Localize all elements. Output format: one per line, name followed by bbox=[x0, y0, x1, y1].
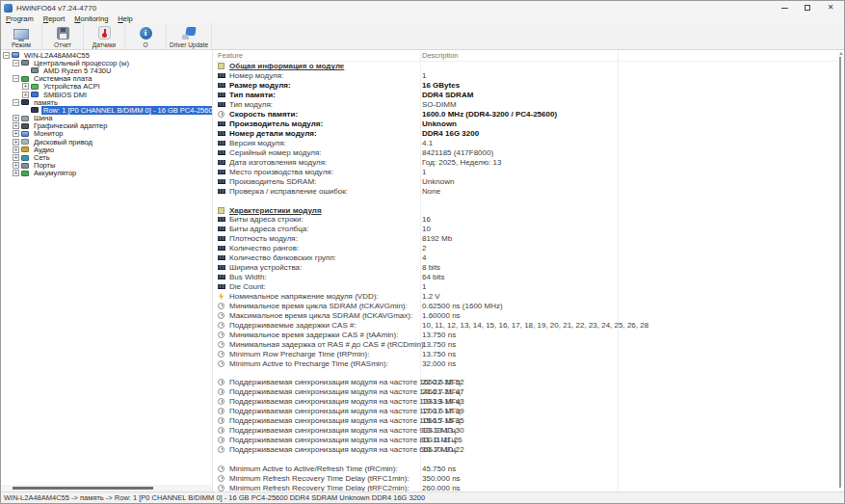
ram-icon bbox=[218, 284, 225, 289]
feature-row[interactable]: Поддерживаемая синхронизация модуля на ч… bbox=[215, 426, 837, 436]
clock-icon bbox=[218, 322, 224, 329]
feature-row[interactable]: Номер модуля:1 bbox=[215, 71, 837, 81]
toolbar-about-button[interactable]: О bbox=[125, 23, 167, 49]
feature-row[interactable]: Поддерживаемая синхронизация модуля на ч… bbox=[215, 445, 837, 455]
feature-row[interactable]: Minimum Active to Active/Refresh Time (t… bbox=[215, 464, 837, 473]
feature-row[interactable]: Номер детали модуля:DDR4 16G 3200 bbox=[215, 129, 837, 139]
feature-row[interactable]: Производитель модуля:Unknown bbox=[215, 119, 837, 129]
collapse-icon[interactable]: − bbox=[13, 60, 19, 66]
thermometer-icon bbox=[98, 26, 111, 40]
section-row[interactable]: Характеристики модуля bbox=[215, 205, 837, 215]
feature-row[interactable]: Количество банковских групп:4 bbox=[215, 253, 837, 263]
feature-label: Номер модуля: bbox=[229, 71, 283, 80]
feature-column-header[interactable]: Feature bbox=[215, 51, 243, 60]
feature-row[interactable]: Версия модуля:4.1 bbox=[215, 139, 837, 148]
collapse-icon[interactable]: − bbox=[13, 99, 19, 106]
feature-value: 11-11-11-26 bbox=[422, 436, 462, 444]
feature-row[interactable]: Проверка / исправление ошибок:None bbox=[215, 186, 837, 196]
menu-item-program[interactable]: Program bbox=[1, 14, 39, 23]
section-row[interactable]: Общая информация о модуле bbox=[215, 62, 837, 71]
expand-icon[interactable]: + bbox=[13, 154, 19, 161]
feature-row[interactable]: Серийный номер модуля:8421185 (417F8000) bbox=[215, 147, 837, 157]
description-column-header[interactable]: Description bbox=[422, 51, 459, 60]
feature-value: Год: 2025, Неделю: 13 bbox=[422, 158, 501, 167]
feature-row[interactable]: Максимальное время цикла SDRAM (tCKAVGma… bbox=[215, 310, 837, 320]
info-icon bbox=[140, 27, 152, 40]
expand-icon[interactable]: + bbox=[13, 130, 19, 137]
network-icon bbox=[21, 155, 29, 161]
feature-row[interactable]: Минимальная задержка от RAS # до CAS # (… bbox=[215, 339, 837, 349]
expand-icon[interactable]: + bbox=[13, 146, 19, 153]
maximize-icon bbox=[805, 5, 810, 11]
panel-vertical-scrollbar[interactable] bbox=[837, 50, 844, 491]
feature-row[interactable]: Дата изготовления модуля:Год: 2025, Неде… bbox=[215, 157, 837, 167]
feature-row[interactable]: Поддерживаемая синхронизация модуля на ч… bbox=[215, 387, 837, 397]
menu-item-monitoring[interactable]: Monitoring bbox=[69, 14, 113, 23]
feature-row[interactable]: Minimum Refresh Recovery Time Delay (tRF… bbox=[215, 473, 837, 483]
collapse-icon[interactable]: − bbox=[13, 75, 19, 82]
expand-icon[interactable]: + bbox=[13, 170, 19, 176]
scroll-up-icon[interactable] bbox=[839, 52, 843, 55]
feature-row[interactable]: Bus Width:64 bits bbox=[215, 273, 837, 282]
feature-row[interactable]: Поддерживаемая синхронизация модуля на ч… bbox=[215, 378, 837, 387]
vertical-scrollbar-thumb[interactable] bbox=[839, 57, 841, 488]
expand-icon[interactable]: + bbox=[13, 115, 19, 121]
feature-row[interactable]: Поддерживаемая синхронизация модуля на ч… bbox=[215, 407, 837, 416]
feature-row[interactable]: Поддерживаемая синхронизация модуля на ч… bbox=[215, 436, 837, 445]
feature-row[interactable]: Минимальное время задержки CAS # (tAAmin… bbox=[215, 330, 837, 339]
feature-row[interactable]: Ширина устройства:8 bits bbox=[215, 263, 837, 273]
tree-item[interactable]: +Аккумулятор bbox=[1, 170, 212, 177]
toolbar-mode-button[interactable]: Режим bbox=[1, 23, 42, 49]
cpu-icon bbox=[31, 67, 39, 73]
feature-row[interactable]: Поддерживаемая синхронизация модуля на ч… bbox=[215, 397, 837, 407]
tree-horizontal-scrollbar[interactable] bbox=[1, 485, 212, 491]
expand-icon[interactable]: + bbox=[13, 139, 19, 146]
clock-icon bbox=[218, 360, 224, 367]
feature-row[interactable]: Тип модуля:SO-DIMM bbox=[215, 100, 837, 110]
menu-item-help[interactable]: Help bbox=[113, 14, 137, 23]
feature-row[interactable]: Биты адреса строки:16 bbox=[215, 215, 837, 225]
expand-icon[interactable]: + bbox=[22, 83, 29, 90]
feature-row[interactable]: Биты адреса столбца:10 bbox=[215, 225, 837, 234]
maximize-button[interactable] bbox=[796, 1, 819, 14]
feature-row[interactable]: Плотность модуля:8192 Mb bbox=[215, 234, 837, 244]
feature-row[interactable]: Поддерживаемая синхронизация модуля на ч… bbox=[215, 416, 837, 426]
feature-row[interactable]: Minimum Active to Precharge Time (tRASmi… bbox=[215, 358, 837, 368]
ram-icon bbox=[218, 93, 225, 97]
feature-row[interactable]: Номинальное напряжение модуля (VDD):1.2 … bbox=[215, 292, 837, 302]
feature-row[interactable]: Производитель SDRAM:Unknown bbox=[215, 176, 837, 186]
ram-icon bbox=[218, 226, 225, 231]
disk-icon bbox=[21, 139, 29, 145]
expand-icon[interactable]: + bbox=[13, 162, 19, 169]
cpu-icon bbox=[21, 60, 29, 66]
feature-row[interactable]: Тип памяти:DDR4 SDRAM bbox=[215, 91, 837, 100]
feature-row[interactable]: Место производства модуля:1 bbox=[215, 167, 837, 176]
feature-label: Тип модуля: bbox=[229, 100, 273, 109]
feature-row[interactable]: Minimum Row Precharge Time (tRPmin):13.7… bbox=[215, 349, 837, 358]
expand-icon[interactable]: + bbox=[13, 122, 19, 129]
feature-row[interactable]: Размер модуля:16 GBytes bbox=[215, 81, 837, 91]
expand-icon[interactable]: + bbox=[22, 92, 29, 98]
feature-row[interactable]: Die Count:1 bbox=[215, 282, 837, 292]
collapse-icon[interactable]: − bbox=[3, 52, 10, 59]
menu-item-report[interactable]: Report bbox=[39, 14, 70, 23]
feature-row[interactable]: Minimum Refresh Recovery Time Delay (tRF… bbox=[215, 483, 837, 491]
tree-item[interactable]: −Системная плата bbox=[1, 75, 212, 83]
ram-icon bbox=[218, 217, 225, 222]
close-button[interactable]: ✕ bbox=[819, 1, 842, 14]
feature-row[interactable]: Минимальное время цикла SDRAM (tCKAVGmin… bbox=[215, 301, 837, 310]
feature-value: 1600.0 MHz (DDR4-3200 / PC4-25600) bbox=[422, 110, 557, 119]
feature-label: Место производства модуля: bbox=[229, 168, 333, 176]
feature-row[interactable]: Поддерживаемые задержки CAS #:10, 11, 12… bbox=[215, 320, 837, 330]
toolbar-sensors-button[interactable]: Датчики bbox=[84, 23, 125, 49]
toolbar-report-button[interactable]: Отчет bbox=[42, 23, 84, 49]
tree-item[interactable]: +Устройства ACPI bbox=[1, 83, 212, 91]
toolbar-driver-button[interactable]: Driver Update bbox=[167, 23, 212, 49]
minimize-button[interactable] bbox=[773, 1, 796, 14]
feature-row[interactable]: Количество рангов:2 bbox=[215, 244, 837, 253]
horizontal-scrollbar-thumb[interactable] bbox=[13, 487, 153, 490]
feature-value: 13.750 ns bbox=[422, 331, 456, 339]
feature-row[interactable]: Скорость памяти:1600.0 MHz (DDR4-3200 / … bbox=[215, 110, 837, 119]
driver-update-icon bbox=[182, 27, 197, 40]
feature-value: 2 bbox=[422, 244, 426, 252]
